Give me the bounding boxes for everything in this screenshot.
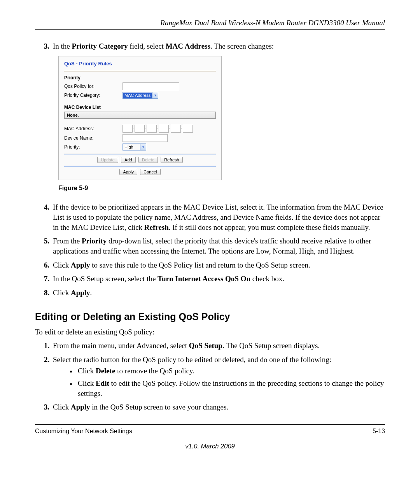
mac-octet-3[interactable] bbox=[147, 125, 157, 133]
intro-text: To edit or delete an existing QoS policy… bbox=[35, 327, 385, 337]
footer-right: 5-13 bbox=[373, 428, 385, 435]
qos-policy-label: Qos Policy for: bbox=[64, 82, 122, 91]
text: to save this rule to the QoS Policy list… bbox=[90, 261, 310, 269]
page-footer: Customizing Your Network Settings 5-13 bbox=[35, 428, 385, 435]
text: Click bbox=[78, 367, 96, 375]
text: Click bbox=[53, 261, 71, 269]
text-bold: Edit bbox=[96, 379, 109, 387]
select-value: MAC Address bbox=[123, 93, 152, 98]
edit-step-2: Select the radio button for the QoS poli… bbox=[51, 355, 385, 399]
mac-form: MAC Address: ::::: Device Name: Priority… bbox=[64, 124, 216, 151]
figure-caption: Figure 5-9 bbox=[58, 184, 385, 192]
page-footer-version-row: v1.0, March 2009 bbox=[35, 436, 385, 450]
mac-address-inputs: ::::: bbox=[122, 124, 216, 133]
step-3: In the Priority Category field, select M… bbox=[51, 41, 385, 192]
edit-steps-list: From the main menu, under Advanced, sele… bbox=[35, 341, 385, 412]
mac-octet-4[interactable] bbox=[159, 125, 169, 133]
text-bold: Turn Internet Access QoS On bbox=[158, 275, 250, 283]
qos-policy-input[interactable] bbox=[122, 82, 179, 90]
text: Click bbox=[53, 289, 71, 297]
header-rule bbox=[35, 29, 385, 30]
add-button[interactable]: Add bbox=[121, 157, 136, 163]
edit-step-1: From the main menu, under Advanced, sele… bbox=[51, 341, 385, 351]
step-8: Click Apply. bbox=[51, 288, 385, 298]
mac-device-list[interactable]: None. bbox=[64, 112, 216, 119]
priority-select[interactable]: High ▾ bbox=[122, 144, 146, 150]
text-bold: Delete bbox=[96, 367, 116, 375]
text: to remove the QoS policy. bbox=[116, 367, 195, 375]
separator bbox=[64, 71, 216, 72]
mac-address-label: MAC Address: bbox=[64, 124, 122, 133]
text: In the QoS Setup screen, select the bbox=[53, 275, 158, 283]
text-bold: Refresh bbox=[144, 223, 169, 231]
qos-title: QoS - Priority Rules bbox=[64, 60, 216, 67]
section-heading: Editing or Deleting an Existing QoS Poli… bbox=[35, 311, 385, 322]
priority-category-select[interactable]: MAC Address ▾ bbox=[122, 92, 158, 99]
qos-screenshot: QoS - Priority Rules Priority Qos Policy… bbox=[58, 56, 222, 180]
step-4: If the device to be prioritized appears … bbox=[51, 202, 385, 232]
footer-version: v1.0, March 2009 bbox=[35, 443, 385, 450]
separator bbox=[64, 154, 216, 154]
chevron-down-icon: ▾ bbox=[140, 144, 146, 150]
sub-bullet-delete: Click Delete to remove the QoS policy. bbox=[76, 366, 385, 376]
delete-button[interactable]: Delete bbox=[138, 157, 158, 163]
text: . If it still does not appear, you must … bbox=[169, 223, 370, 231]
text-bold: Apply bbox=[71, 289, 90, 297]
button-row-1: Update Add Delete Refresh bbox=[64, 157, 216, 163]
text: Click bbox=[78, 379, 96, 387]
edit-step-3: Click Apply in the QoS Setup screen to s… bbox=[51, 402, 385, 412]
mac-octet-1[interactable] bbox=[122, 125, 133, 133]
select-value: High bbox=[123, 144, 140, 150]
text-bold: Priority bbox=[82, 237, 107, 245]
text: to edit the QoS policy. Follow the instr… bbox=[78, 379, 384, 397]
text: field, select bbox=[128, 42, 166, 50]
mac-octet-6[interactable] bbox=[183, 125, 193, 133]
mac-device-list-heading: MAC Device List bbox=[64, 104, 216, 110]
text-bold: Apply bbox=[71, 403, 90, 411]
priority-form: Qos Policy for: Priority Category: MAC A… bbox=[64, 82, 216, 100]
text: . The QoS Setup screen displays. bbox=[222, 341, 320, 350]
chevron-down-icon: ▾ bbox=[152, 92, 158, 98]
text: check box. bbox=[250, 275, 284, 283]
separator bbox=[64, 166, 216, 166]
device-name-label: Device Name: bbox=[64, 133, 122, 143]
figure-wrap: QoS - Priority Rules Priority Qos Policy… bbox=[53, 56, 385, 192]
text-bold: QoS Setup bbox=[189, 341, 222, 350]
priority-heading: Priority bbox=[64, 75, 216, 81]
text: From the bbox=[53, 237, 82, 245]
text: In the bbox=[53, 42, 72, 50]
sub-bullet-edit: Click Edit to edit the QoS policy. Follo… bbox=[76, 378, 385, 398]
priority-category-label: Priority Category: bbox=[64, 91, 122, 100]
footer-rule bbox=[35, 424, 385, 425]
mac-octet-5[interactable] bbox=[171, 125, 181, 133]
text: Click bbox=[53, 403, 71, 411]
text: From the main menu, under Advanced, sele… bbox=[53, 341, 189, 350]
text-bold: Apply bbox=[71, 261, 90, 269]
text: Select the radio button for the QoS poli… bbox=[53, 355, 331, 364]
text: . bbox=[90, 289, 92, 297]
text: in the QoS Setup screen to save your cha… bbox=[90, 403, 229, 411]
steps-list-continued: In the Priority Category field, select M… bbox=[35, 41, 385, 298]
step-5: From the Priority drop-down list, select… bbox=[51, 236, 385, 256]
apply-button[interactable]: Apply bbox=[119, 169, 137, 175]
device-name-input[interactable] bbox=[122, 134, 168, 142]
manual-page: RangeMax Dual Band Wireless-N Modem Rout… bbox=[0, 0, 420, 466]
sub-bullets: Click Delete to remove the QoS policy. C… bbox=[76, 366, 385, 398]
refresh-button[interactable]: Refresh bbox=[161, 157, 183, 163]
page-header: RangeMax Dual Band Wireless-N Modem Rout… bbox=[35, 19, 385, 27]
priority-label: Priority: bbox=[64, 143, 122, 151]
step-6: Click Apply to save this rule to the QoS… bbox=[51, 260, 385, 270]
footer-left: Customizing Your Network Settings bbox=[35, 428, 132, 435]
button-row-2: Apply Cancel bbox=[64, 169, 216, 175]
step-7: In the QoS Setup screen, select the Turn… bbox=[51, 274, 385, 284]
update-button[interactable]: Update bbox=[97, 157, 118, 163]
mac-octet-2[interactable] bbox=[135, 125, 145, 133]
cancel-button[interactable]: Cancel bbox=[140, 169, 160, 175]
text-bold: Priority Category bbox=[72, 42, 128, 50]
text: . The screen changes: bbox=[210, 42, 274, 50]
text-bold: MAC Address bbox=[166, 42, 210, 50]
